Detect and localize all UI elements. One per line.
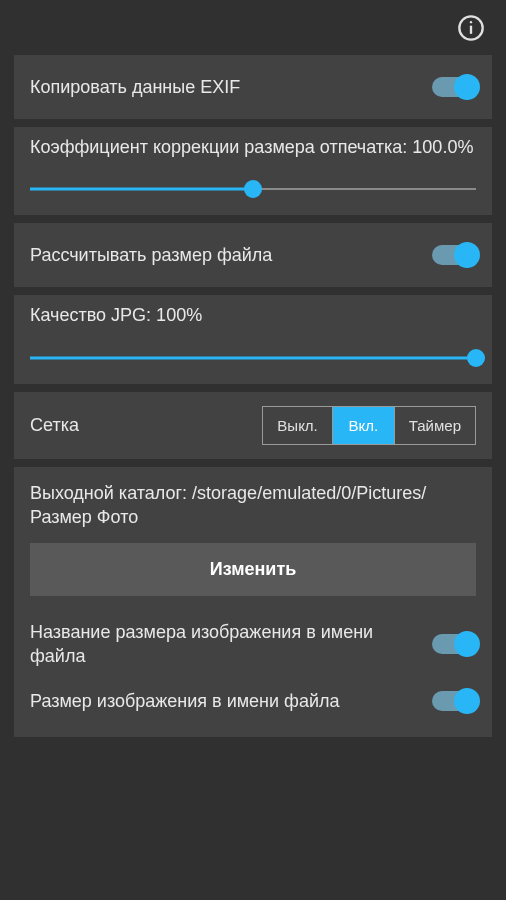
- toggle-knob: [454, 74, 480, 100]
- toggle-knob: [454, 242, 480, 268]
- toggle-knob: [454, 688, 480, 714]
- change-button[interactable]: Изменить: [30, 543, 476, 596]
- size-in-filename-label: Размер изображения в имени файла: [30, 689, 420, 713]
- correction-card: Коэффициент коррекции размера отпечатка:…: [14, 127, 492, 215]
- output-card: Выходной каталог: /storage/emulated/0/Pi…: [14, 467, 492, 737]
- exif-toggle[interactable]: [432, 77, 476, 97]
- grid-segmented: Выкл. Вкл. Таймер: [262, 406, 476, 445]
- jpg-quality-slider[interactable]: [30, 346, 476, 370]
- exif-label: Копировать данные EXIF: [30, 75, 420, 99]
- svg-point-2: [470, 21, 472, 23]
- grid-option-off[interactable]: Выкл.: [263, 407, 332, 444]
- output-catalog-label: Выходной каталог: /storage/emulated/0/Pi…: [30, 481, 476, 530]
- grid-card: Сетка Выкл. Вкл. Таймер: [14, 392, 492, 459]
- slider-fill: [30, 188, 253, 191]
- filesize-label: Рассчитывать размер файла: [30, 243, 420, 267]
- info-icon[interactable]: [456, 13, 486, 43]
- grid-label: Сетка: [30, 413, 262, 437]
- slider-thumb: [244, 180, 262, 198]
- grid-option-timer[interactable]: Таймер: [395, 407, 475, 444]
- correction-slider[interactable]: [30, 177, 476, 201]
- exif-card: Копировать данные EXIF: [14, 55, 492, 119]
- header: [0, 0, 506, 55]
- size-in-filename-toggle[interactable]: [432, 691, 476, 711]
- jpg-quality-card: Качество JPG: 100%: [14, 295, 492, 383]
- settings-list: Копировать данные EXIF Коэффициент корре…: [0, 55, 506, 737]
- slider-thumb: [467, 349, 485, 367]
- grid-option-on[interactable]: Вкл.: [333, 407, 395, 444]
- name-in-filename-toggle[interactable]: [432, 634, 476, 654]
- correction-label: Коэффициент коррекции размера отпечатка:…: [30, 135, 476, 159]
- jpg-quality-label: Качество JPG: 100%: [30, 303, 476, 327]
- name-in-filename-label: Название размера изображения в имени фай…: [30, 620, 420, 669]
- filesize-card: Рассчитывать размер файла: [14, 223, 492, 287]
- filesize-toggle[interactable]: [432, 245, 476, 265]
- slider-fill: [30, 356, 476, 359]
- toggle-knob: [454, 631, 480, 657]
